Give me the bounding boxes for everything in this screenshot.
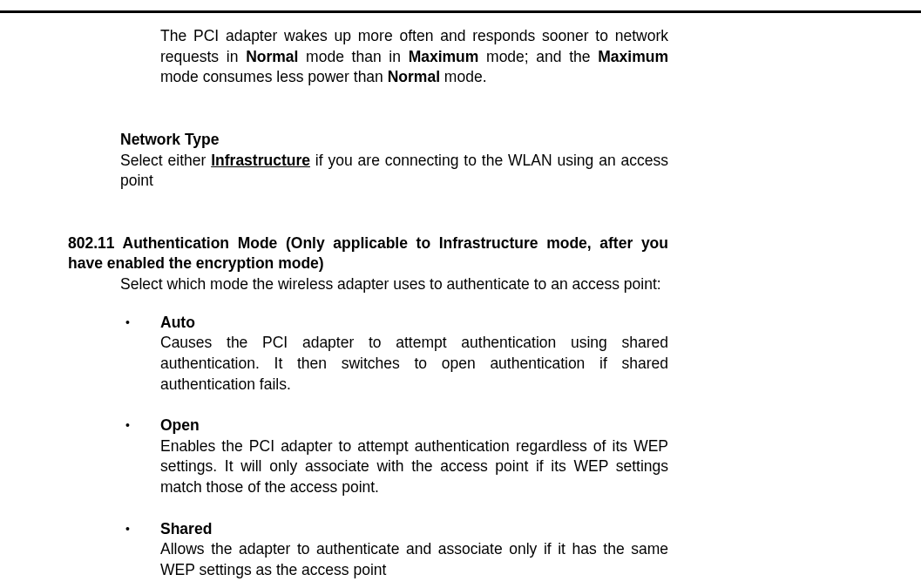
list-item-open: • Open Enables the PCI adapter to attemp…	[120, 416, 668, 498]
auto-body: Causes the PCI adapter to attempt authen…	[160, 334, 668, 392]
bullet-icon: •	[125, 313, 130, 332]
open-label: Open	[160, 416, 200, 434]
maximum-label: Maximum	[409, 48, 479, 65]
maximum-label-2: Maximum	[598, 48, 668, 65]
network-type-section: Network Type Select either Infrastructur…	[120, 130, 668, 192]
auth-mode-section: 802.11 Authentication Mode (Only applica…	[68, 233, 668, 581]
text-run: mode than in	[298, 48, 408, 65]
normal-label: Normal	[246, 48, 298, 65]
text-run: Select either	[120, 152, 211, 169]
auto-label: Auto	[160, 314, 195, 331]
list-item-auto: • Auto Causes the PCI adapter to attempt…	[120, 313, 668, 395]
auth-mode-list: • Auto Causes the PCI adapter to attempt…	[120, 313, 668, 581]
bullet-icon: •	[125, 416, 130, 435]
shared-body: Allows the adapter to authenticate and a…	[160, 540, 668, 578]
list-item-shared: • Shared Allows the adapter to authentic…	[120, 519, 668, 581]
bullet-icon: •	[125, 519, 130, 538]
shared-label: Shared	[160, 520, 212, 537]
network-type-body: Select either Infrastructure if you are …	[120, 151, 668, 192]
power-mode-paragraph: The PCI adapter wakes up more often and …	[160, 26, 668, 88]
text-run: mode.	[440, 68, 487, 85]
auth-mode-body: Select which mode the wireless adapter u…	[120, 274, 668, 295]
auth-mode-heading: 802.11 Authentication Mode (Only applica…	[68, 233, 668, 274]
header-rule	[0, 10, 921, 13]
open-body: Enables the PCI adapter to attempt authe…	[160, 437, 668, 496]
page-content: The PCI adapter wakes up more often and …	[68, 26, 668, 588]
infrastructure-label: Infrastructure	[211, 152, 310, 169]
network-type-heading: Network Type	[120, 130, 668, 151]
normal-label-2: Normal	[388, 68, 440, 85]
text-run: mode consumes less power than	[160, 68, 388, 85]
text-run: mode; and the	[478, 48, 598, 65]
